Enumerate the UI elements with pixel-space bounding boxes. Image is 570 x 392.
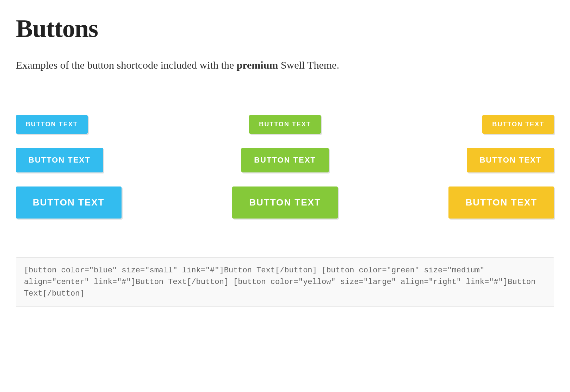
button-green-large[interactable]: BUTTON TEXT <box>232 186 338 219</box>
button-cell: BUTTON TEXT <box>195 115 374 134</box>
button-blue-large[interactable]: BUTTON TEXT <box>16 186 122 219</box>
button-yellow-small[interactable]: BUTTON TEXT <box>482 115 554 134</box>
intro-paragraph: Examples of the button shortcode include… <box>16 57 554 73</box>
intro-text-post: Swell Theme. <box>278 59 339 71</box>
intro-text-strong: premium <box>237 59 278 71</box>
button-cell: BUTTON TEXT <box>16 148 195 172</box>
button-yellow-large[interactable]: BUTTON TEXT <box>448 186 554 219</box>
button-blue-small[interactable]: BUTTON TEXT <box>16 115 88 134</box>
button-cell: BUTTON TEXT <box>195 148 374 172</box>
button-cell: BUTTON TEXT <box>375 115 554 134</box>
shortcode-example: [button color="blue" size="small" link="… <box>16 257 554 307</box>
button-green-medium[interactable]: BUTTON TEXT <box>241 148 329 172</box>
button-cell: BUTTON TEXT <box>375 186 554 219</box>
button-yellow-medium[interactable]: BUTTON TEXT <box>467 148 554 172</box>
page-title: Buttons <box>16 14 554 43</box>
button-green-small[interactable]: BUTTON TEXT <box>249 115 321 134</box>
button-cell: BUTTON TEXT <box>16 186 195 219</box>
intro-text-pre: Examples of the button shortcode include… <box>16 59 237 71</box>
button-cell: BUTTON TEXT <box>375 148 554 172</box>
button-cell: BUTTON TEXT <box>195 186 374 219</box>
button-blue-medium[interactable]: BUTTON TEXT <box>16 148 103 172</box>
button-grid: BUTTON TEXT BUTTON TEXT BUTTON TEXT BUTT… <box>16 115 554 219</box>
button-cell: BUTTON TEXT <box>16 115 195 134</box>
